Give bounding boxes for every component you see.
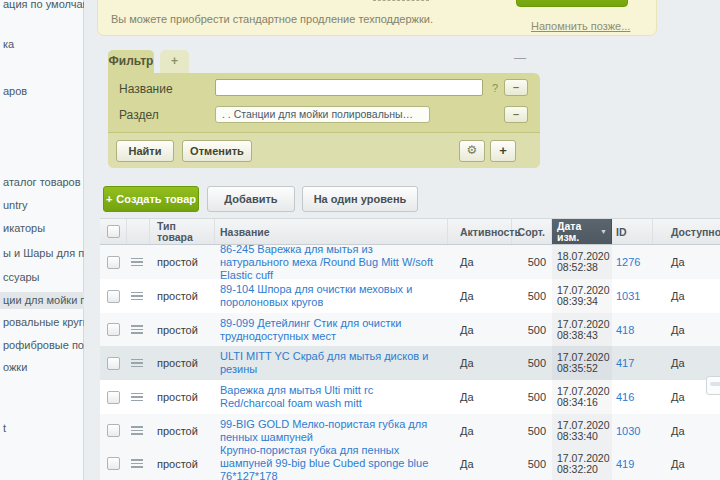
cell-id: 1276 xyxy=(616,256,640,268)
col-availability[interactable]: Доступность xyxy=(653,219,720,244)
filter-collapse-icon[interactable]: — xyxy=(514,53,526,63)
product-name-link[interactable]: Варежка для мытья Ulti mitt rc Red/charc… xyxy=(220,384,440,410)
sidebar-item-defaults[interactable]: ация по умолчани xyxy=(0,0,84,13)
table-row: простой 89-104 Шпора для очистки меховых… xyxy=(100,279,720,313)
row-menu-icon[interactable] xyxy=(131,256,143,269)
filter-name-hint[interactable]: ? xyxy=(492,82,498,94)
cell-type: простой xyxy=(150,245,215,279)
create-product-button[interactable]: +Создать товар xyxy=(103,186,199,212)
cell-availability: Да xyxy=(653,245,720,279)
row-checkbox[interactable] xyxy=(107,256,120,269)
col-date-modified-sorted[interactable]: Датаизм. ▼ xyxy=(552,219,612,244)
cell-date: 18.07.202008:52:38 xyxy=(552,245,612,279)
add-section-button[interactable]: Добавить раздел xyxy=(207,186,295,212)
cell-active: Да xyxy=(448,245,512,279)
cell-sort: 500 xyxy=(512,313,552,346)
cell-date: 17.07.202008:32:20 xyxy=(552,447,612,480)
cell-type: простой xyxy=(150,313,215,346)
table-row: простой Варежка для мытья Ulti mitt rc R… xyxy=(100,380,720,414)
product-name-link[interactable]: 89-099 Детейлинг Стик для очистки трудно… xyxy=(220,317,440,343)
product-name-link[interactable]: ULTI MITT YC Скраб для мытья дисков и ре… xyxy=(220,350,440,376)
up-one-level-button[interactable]: На один уровень вверх xyxy=(302,186,418,212)
cell-active: Да xyxy=(448,279,512,313)
cell-active: Да xyxy=(448,380,512,414)
row-checkbox[interactable] xyxy=(107,457,120,470)
product-name-link[interactable]: 99-BIG GOLD Мелко-пористая губка для пен… xyxy=(220,418,440,444)
col-id[interactable]: ID xyxy=(612,219,653,244)
sidebar-item-balls-polish[interactable]: ы и Шары для полир xyxy=(0,245,84,262)
cell-availability: Да xyxy=(653,346,720,380)
sidebar-item-wash-stations[interactable]: ции для мойки полиро xyxy=(0,292,84,309)
sidebar-item-microfiber[interactable]: рофибровые полотенц xyxy=(0,337,84,354)
prolong-support-button[interactable] xyxy=(516,0,628,7)
plus-icon: + xyxy=(106,193,112,205)
select-all-cell xyxy=(100,219,127,244)
cell-availability: Да xyxy=(653,313,720,346)
col-name[interactable]: Название xyxy=(215,219,448,244)
row-checkbox[interactable] xyxy=(107,290,120,303)
cell-type: простой xyxy=(150,414,215,447)
edge-popup-fragment xyxy=(706,376,720,395)
cell-type: простой xyxy=(150,279,215,313)
sidebar-item-1[interactable]: ка xyxy=(0,36,84,53)
add-filter-field-button[interactable]: + xyxy=(490,140,516,162)
cell-type: простой xyxy=(150,346,215,380)
col-sort[interactable]: Сорт. xyxy=(512,219,552,244)
plus-icon: + xyxy=(499,143,507,158)
sidebar-item-12[interactable]: t xyxy=(0,420,84,437)
product-name-link[interactable]: 86-245 Варежка для мытья из натурального… xyxy=(220,243,440,282)
cell-id: 416 xyxy=(616,391,634,403)
remove-name-filter-button[interactable]: – xyxy=(504,79,528,96)
cell-active: Да xyxy=(448,346,512,380)
cell-active: Да xyxy=(448,313,512,346)
row-menu-icon[interactable] xyxy=(131,357,143,370)
row-menu-icon[interactable] xyxy=(131,290,143,303)
cut-dashed-link-fragment xyxy=(373,0,429,1)
cell-sort: 500 xyxy=(512,279,552,313)
cell-availability: Да xyxy=(653,414,720,447)
cell-availability: Да xyxy=(653,447,720,480)
sidebar-item-applicators[interactable]: икаторы xyxy=(0,220,84,237)
cell-id: 1030 xyxy=(616,425,640,437)
cell-sort: 500 xyxy=(512,447,552,480)
remind-later-link[interactable]: Напомнить позже... xyxy=(531,20,630,32)
product-name-link[interactable]: Крупно-пористая губка для пенных шампуне… xyxy=(220,444,440,480)
row-checkbox[interactable] xyxy=(107,357,120,370)
row-checkbox[interactable] xyxy=(107,391,120,404)
cell-id: 419 xyxy=(616,458,634,470)
select-all-checkbox[interactable] xyxy=(107,225,120,238)
find-button[interactable]: Найти xyxy=(116,140,174,162)
cell-id: 417 xyxy=(616,357,634,369)
sidebar-item-accessories[interactable]: ссуары xyxy=(0,269,84,286)
cancel-button[interactable]: Отменить xyxy=(182,140,252,162)
table-header-row: Типтовара Название Активность Сорт. Дата… xyxy=(100,218,720,245)
col-active[interactable]: Активность xyxy=(448,219,512,244)
support-notification-bar: Вы можете приобрести стандартное продлен… xyxy=(97,0,657,36)
sort-desc-icon: ▼ xyxy=(600,228,607,235)
sidebar-item-2[interactable]: аров xyxy=(0,83,84,100)
filter-name-input[interactable] xyxy=(215,79,483,96)
filter-settings-button[interactable]: ⚙ xyxy=(459,140,485,162)
sidebar-item-country[interactable]: untry xyxy=(0,197,84,214)
sidebar-item-11[interactable]: ожки xyxy=(0,359,84,376)
row-menu-icon[interactable] xyxy=(131,323,143,336)
filter-section-select[interactable]: . . Станции для мойки полировальны… xyxy=(215,106,430,123)
table-row: простой 86-245 Варежка для мытья из нату… xyxy=(100,245,720,279)
cell-sort: 500 xyxy=(512,245,552,279)
remove-section-filter-button[interactable]: – xyxy=(504,106,528,123)
row-checkbox[interactable] xyxy=(107,424,120,437)
row-checkbox[interactable] xyxy=(107,323,120,336)
sidebar-item-catalog[interactable]: аталог товаров xyxy=(0,174,84,191)
add-filter-tab[interactable]: + xyxy=(160,50,189,73)
tab-filter[interactable]: Фильтр xyxy=(108,50,154,73)
sidebar-item-polish-pads[interactable]: ровальные круги xyxy=(0,314,84,331)
filter-footer: Найти Отменить ⚙ + xyxy=(108,132,540,168)
row-menu-icon[interactable] xyxy=(131,391,143,404)
gear-icon: ⚙ xyxy=(467,143,478,157)
row-menu-icon[interactable] xyxy=(131,457,143,470)
cell-date: 17.07.202008:35:52 xyxy=(552,346,612,380)
row-menu-icon[interactable] xyxy=(131,424,143,437)
cell-active: Да xyxy=(448,414,512,447)
col-type[interactable]: Типтовара xyxy=(150,219,215,244)
product-name-link[interactable]: 89-104 Шпора для очистки меховых и порол… xyxy=(220,283,440,309)
